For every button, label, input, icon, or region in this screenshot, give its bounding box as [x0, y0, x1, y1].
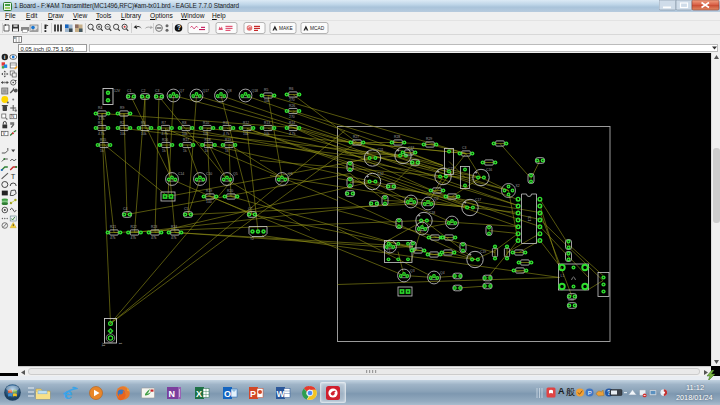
- svg-text:R10: R10: [203, 120, 209, 124]
- svg-text:12V: 12V: [114, 88, 121, 92]
- svg-text:V: V: [3, 131, 6, 136]
- svg-text:C10: C10: [206, 172, 212, 176]
- svg-text:47k: 47k: [131, 236, 137, 240]
- svg-text:R16: R16: [162, 137, 168, 141]
- svg-text:C12: C12: [378, 171, 384, 175]
- svg-text:C3: C3: [155, 89, 159, 93]
- svg-text:R5: R5: [264, 88, 268, 92]
- svg-text:4.7k: 4.7k: [289, 131, 296, 135]
- svg-text:R1: R1: [98, 120, 102, 124]
- svg-text:C18: C18: [429, 210, 435, 214]
- svg-text:P: P: [588, 390, 592, 396]
- svg-text:47k: 47k: [151, 236, 157, 240]
- svg-text:C2: C2: [141, 89, 145, 93]
- svg-text:N: N: [11, 114, 14, 119]
- svg-text:10k: 10k: [203, 131, 209, 135]
- svg-text:R13: R13: [264, 120, 270, 124]
- svg-text:Q3: Q3: [410, 268, 415, 272]
- svg-text:Q18: Q18: [252, 88, 259, 92]
- svg-text:C5: C5: [184, 207, 188, 211]
- svg-text:R18: R18: [205, 137, 211, 141]
- svg-text:10k: 10k: [141, 131, 147, 135]
- svg-text:R9: R9: [120, 106, 124, 110]
- svg-text:C14: C14: [178, 172, 184, 176]
- svg-text:C11: C11: [378, 148, 384, 152]
- svg-text:R15: R15: [100, 137, 106, 141]
- svg-text:Q17: Q17: [203, 88, 210, 92]
- svg-text:X2: X2: [516, 183, 520, 187]
- svg-text:1k: 1k: [162, 148, 166, 152]
- svg-text:100: 100: [206, 200, 212, 204]
- svg-text:P: P: [250, 388, 256, 398]
- svg-text:L1: L1: [561, 274, 565, 278]
- svg-text:10k: 10k: [120, 131, 126, 135]
- svg-text:270: 270: [289, 98, 295, 102]
- svg-text:T: T: [11, 171, 16, 180]
- svg-text:?: ?: [177, 24, 181, 31]
- svg-text:Q5: Q5: [233, 172, 238, 176]
- svg-text:R28: R28: [394, 135, 400, 139]
- svg-text:R11: R11: [223, 120, 229, 124]
- svg-text:10k: 10k: [264, 131, 270, 135]
- svg-text:R3: R3: [141, 120, 145, 124]
- svg-text:1k: 1k: [100, 148, 104, 152]
- svg-text:W: W: [277, 388, 286, 398]
- svg-text:R7: R7: [162, 120, 166, 124]
- svg-text:R22: R22: [131, 225, 137, 229]
- svg-text:Q4: Q4: [440, 270, 445, 274]
- svg-text:R6: R6: [289, 87, 293, 91]
- svg-text:47k: 47k: [171, 236, 177, 240]
- svg-text:Q6: Q6: [288, 172, 293, 176]
- svg-text:R27: R27: [353, 135, 359, 139]
- svg-text:1k: 1k: [183, 148, 187, 152]
- svg-text:10k: 10k: [264, 99, 270, 103]
- svg-text:270: 270: [289, 114, 295, 118]
- svg-text:Q7: Q7: [180, 88, 185, 92]
- svg-text:4.7k: 4.7k: [223, 131, 230, 135]
- svg-text:4.7k: 4.7k: [98, 131, 105, 135]
- svg-text:R4: R4: [98, 106, 102, 110]
- svg-text:T1: T1: [387, 248, 391, 252]
- svg-text:Q8: Q8: [227, 88, 232, 92]
- svg-text:R23: R23: [151, 225, 157, 229]
- svg-text:C13: C13: [408, 145, 414, 149]
- svg-text:T2: T2: [250, 236, 254, 240]
- svg-text:4.7k: 4.7k: [162, 131, 169, 135]
- svg-text:X: X: [196, 388, 202, 398]
- svg-text:MAKE: MAKE: [279, 26, 293, 31]
- svg-text:C19: C19: [480, 249, 486, 253]
- svg-text:C4: C4: [123, 207, 127, 211]
- svg-text:C1: C1: [127, 89, 131, 93]
- svg-text:R2: R2: [120, 120, 124, 124]
- svg-text:C3: C3: [462, 146, 466, 150]
- svg-text:IC1: IC1: [527, 216, 531, 221]
- svg-text:R8: R8: [182, 120, 186, 124]
- svg-text:1k: 1k: [205, 148, 209, 152]
- svg-text:R12: R12: [243, 120, 249, 124]
- svg-text:C17: C17: [475, 197, 481, 201]
- svg-text:C7: C7: [248, 207, 252, 211]
- svg-text:R26: R26: [289, 103, 295, 107]
- svg-text:10k: 10k: [182, 131, 188, 135]
- svg-text:C22: C22: [568, 298, 574, 302]
- svg-text:R20: R20: [227, 189, 233, 193]
- svg-text:47k: 47k: [110, 236, 116, 240]
- svg-text:1: 1: [118, 342, 122, 344]
- svg-text:R24: R24: [171, 225, 177, 229]
- svg-text:R29: R29: [426, 137, 432, 141]
- svg-text:Q2: Q2: [434, 196, 439, 200]
- svg-text:R19: R19: [225, 137, 231, 141]
- svg-text:MCAD: MCAD: [310, 26, 325, 31]
- svg-text:1k: 1k: [225, 148, 229, 152]
- svg-text:N: N: [169, 388, 176, 398]
- svg-text:10k: 10k: [243, 131, 249, 135]
- svg-text:R14: R14: [289, 120, 295, 124]
- svg-text:X1: X1: [101, 342, 105, 346]
- svg-text:C16: C16: [486, 167, 492, 171]
- svg-text:R21: R21: [110, 225, 116, 229]
- svg-text:R19: R19: [206, 189, 212, 193]
- svg-text:R17: R17: [183, 137, 189, 141]
- svg-text:O: O: [224, 388, 231, 398]
